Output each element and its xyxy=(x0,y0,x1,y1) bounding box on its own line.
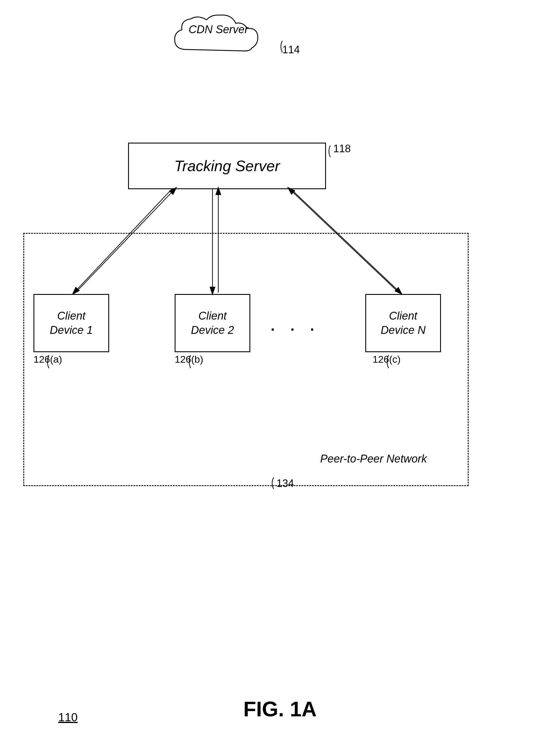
figure-label: FIG. 1A xyxy=(243,697,317,721)
client-device-1: ClientDevice 1 xyxy=(34,294,109,352)
tracking-server-label: Tracking Server xyxy=(174,157,280,175)
diagram-container: CDN Server 114 Tracking Server 118 Peer-… xyxy=(0,0,560,753)
figure-number: 110 xyxy=(58,711,78,724)
cdn-server-label: CDN Server xyxy=(188,23,248,36)
tracking-server-box: Tracking Server xyxy=(128,143,326,189)
client-device-n: ClientDevice N xyxy=(365,294,441,352)
p2p-network-label: Peer-to-Peer Network xyxy=(320,453,427,465)
cdn-number: 114 xyxy=(282,44,300,56)
client-device-1-number: 126(a) xyxy=(34,354,62,365)
client-device-2-number: 126(b) xyxy=(175,354,203,365)
client-device-n-label: ClientDevice N xyxy=(381,309,425,338)
tracking-server-number: 118 xyxy=(333,143,351,155)
p2p-number: 134 xyxy=(277,477,294,490)
ellipsis: . . . xyxy=(271,317,320,334)
client-device-1-label: ClientDevice 1 xyxy=(50,309,93,338)
client-device-2: ClientDevice 2 xyxy=(175,294,250,352)
client-device-2-label: ClientDevice 2 xyxy=(191,309,234,338)
client-device-n-number: 126(c) xyxy=(373,354,400,365)
